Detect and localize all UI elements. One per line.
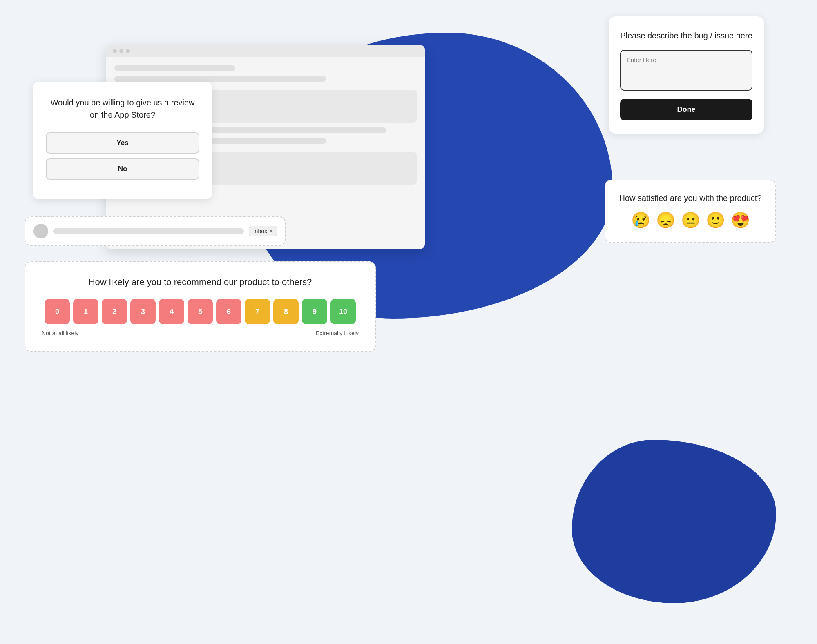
inbox-line: [53, 228, 244, 234]
nps-btn-3[interactable]: 3: [130, 299, 156, 324]
nps-btn-8[interactable]: 8: [273, 299, 299, 324]
emoji-happy[interactable]: 🙂: [706, 211, 725, 229]
nps-btn-2[interactable]: 2: [102, 299, 127, 324]
yes-button[interactable]: Yes: [46, 132, 199, 154]
nps-btn-1[interactable]: 1: [73, 299, 98, 324]
inbox-tag-label: Inbox: [253, 228, 267, 234]
card-nps: How likely are you to recommend our prod…: [25, 261, 376, 352]
inbox-row: Inbox ×: [33, 224, 277, 238]
done-button[interactable]: Done: [620, 99, 752, 120]
nps-label-right: Extremally Likely: [316, 330, 359, 336]
browser-titlebar: [106, 45, 425, 57]
card-inbox: Inbox ×: [25, 216, 286, 246]
card-satisfaction: How satisfied are you with the product? …: [605, 180, 776, 243]
emoji-love[interactable]: 😍: [731, 211, 750, 229]
emoji-crying[interactable]: 😢: [631, 211, 650, 229]
bug-question: Please describe the bug / issue here: [620, 29, 752, 42]
inbox-tag[interactable]: Inbox ×: [249, 226, 277, 236]
nps-btn-9[interactable]: 9: [302, 299, 327, 324]
emoji-sad[interactable]: 😞: [656, 211, 675, 229]
card-bug-report: Please describe the bug / issue here Don…: [609, 16, 764, 134]
no-button[interactable]: No: [46, 158, 199, 180]
browser-dot-3: [126, 49, 130, 53]
satisfaction-question: How satisfied are you with the product?: [617, 194, 764, 203]
bug-textarea[interactable]: [620, 50, 752, 91]
browser-dot-2: [119, 49, 123, 53]
review-question: Would you be willing to give us a review…: [46, 96, 199, 121]
emoji-neutral[interactable]: 😐: [681, 211, 700, 229]
inbox-tag-close-icon[interactable]: ×: [270, 228, 272, 234]
nps-buttons-row: 0 1 2 3 4 5 6 7 8 9 10: [42, 299, 359, 324]
browser-dot-1: [113, 49, 117, 53]
nps-btn-6[interactable]: 6: [216, 299, 241, 324]
nps-btn-4[interactable]: 4: [159, 299, 184, 324]
nps-btn-10[interactable]: 10: [330, 299, 356, 324]
avatar: [33, 224, 48, 238]
nps-question: How likely are you to recommend our prod…: [42, 277, 359, 287]
nps-label-left: Not at all likely: [42, 330, 78, 336]
nps-btn-5[interactable]: 5: [188, 299, 213, 324]
browser-line-2: [114, 76, 326, 82]
nps-btn-7[interactable]: 7: [245, 299, 270, 324]
browser-line-1: [114, 65, 235, 71]
card-app-store-review: Would you be willing to give us a review…: [33, 82, 212, 199]
background-blob-2: [572, 440, 776, 603]
nps-labels: Not at all likely Extremally Likely: [42, 330, 359, 336]
emoji-row: 😢 😞 😐 🙂 😍: [617, 211, 764, 229]
nps-btn-0[interactable]: 0: [45, 299, 70, 324]
